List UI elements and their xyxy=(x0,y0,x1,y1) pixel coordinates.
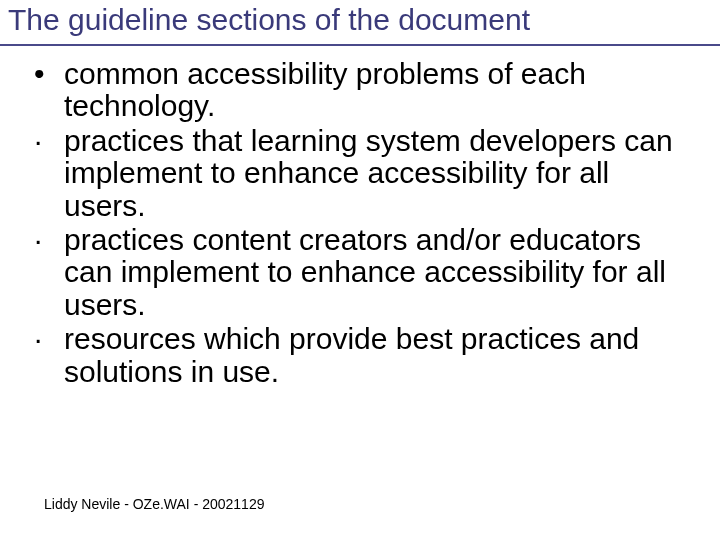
bullet-text: common accessibility problems of each te… xyxy=(64,57,586,122)
bullet-marker: • xyxy=(34,58,45,90)
bullet-list: • common accessibility problems of each … xyxy=(30,58,690,388)
slide-title: The guideline sections of the document xyxy=(8,4,712,36)
slide: The guideline sections of the document •… xyxy=(0,0,720,540)
body-area: • common accessibility problems of each … xyxy=(30,58,690,390)
list-item: • common accessibility problems of each … xyxy=(30,58,690,123)
list-item: · practices content creators and/or educ… xyxy=(30,224,690,321)
bullet-marker: · xyxy=(34,224,42,256)
bullet-marker: · xyxy=(34,125,42,157)
bullet-text: practices that learning system developer… xyxy=(64,124,673,222)
footer-text: Liddy Nevile - OZe.WAI - 20021129 xyxy=(44,496,264,512)
bullet-marker: · xyxy=(34,323,42,355)
bullet-text: resources which provide best practices a… xyxy=(64,322,639,387)
title-area: The guideline sections of the document xyxy=(0,0,720,46)
list-item: · resources which provide best practices… xyxy=(30,323,690,388)
list-item: · practices that learning system develop… xyxy=(30,125,690,222)
bullet-text: practices content creators and/or educat… xyxy=(64,223,666,321)
